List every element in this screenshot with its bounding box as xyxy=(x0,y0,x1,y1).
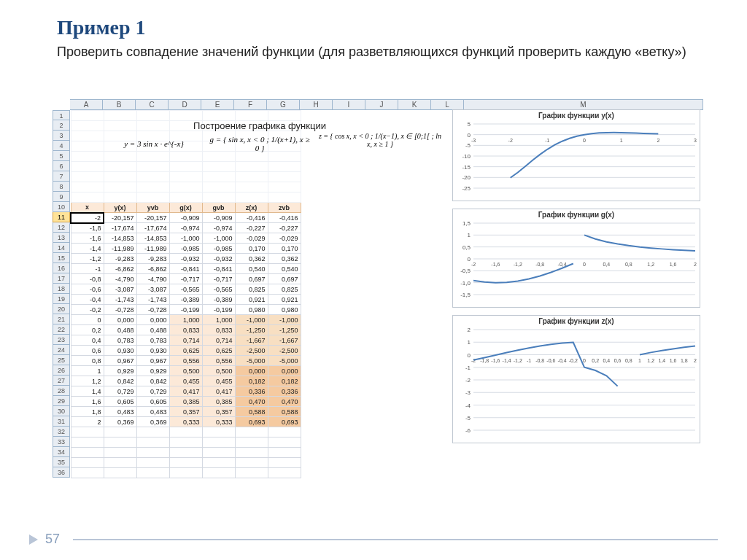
svg-text:-1,2: -1,2 xyxy=(514,262,522,267)
svg-text:0,2: 0,2 xyxy=(592,358,599,363)
table-row[interactable]: -1,4-11,989-11,989-0,985-0,9850,1700,170 xyxy=(71,244,301,254)
table-row[interactable]: -1-6,862-6,862-0,841-0,8410,5400,540 xyxy=(71,264,301,274)
row-7[interactable]: 7 xyxy=(53,171,70,182)
row-11[interactable]: 11 xyxy=(53,212,70,222)
row-23[interactable]: 23 xyxy=(53,335,70,345)
row-3[interactable]: 3 xyxy=(53,131,70,141)
table-row[interactable]: -0,6-3,087-3,087-0,565-0,5650,8250,825 xyxy=(71,284,301,295)
chart-y-panel[interactable]: График функции y(x) 50-5-10-15-20-25-3-2… xyxy=(452,109,700,201)
row-19[interactable]: 19 xyxy=(53,294,70,304)
row-18[interactable]: 18 xyxy=(53,284,70,294)
row-16[interactable]: 16 xyxy=(53,263,70,273)
row-15[interactable]: 15 xyxy=(53,253,70,263)
chart-z: 210-1-2-3-4-5-6-2-1,8-1,6-1,4-1,2-1-0,8-… xyxy=(453,327,701,442)
table-row[interactable]: 0,40,7830,7830,7140,714-1,667-1,667 xyxy=(71,335,301,346)
row-14[interactable]: 14 xyxy=(53,243,70,253)
table-row[interactable]: -1,2-9,283-9,283-0,932-0,9320,3620,362 xyxy=(71,254,301,264)
table-header[interactable]: y(x) xyxy=(104,203,136,213)
col-C[interactable]: C xyxy=(136,99,169,110)
col-G[interactable]: G xyxy=(267,99,300,110)
row-24[interactable]: 24 xyxy=(53,345,70,355)
col-E[interactable]: E xyxy=(201,99,234,110)
svg-text:-5: -5 xyxy=(465,142,471,149)
slide-subtitle: Проверить совпадение значений функции (д… xyxy=(57,44,718,61)
row-32[interactable]: 32 xyxy=(53,427,70,437)
col-L[interactable]: L xyxy=(431,99,464,110)
row-33[interactable]: 33 xyxy=(53,437,70,447)
table-row[interactable]: -2-20,157-20,157-0,909-0,909-0,416-0,416 xyxy=(71,213,301,223)
svg-text:-6: -6 xyxy=(465,427,471,434)
table-header[interactable]: zvb xyxy=(268,203,301,213)
row-10[interactable]: 10 xyxy=(53,202,70,212)
table-row[interactable]: 0,80,9670,9670,5560,556-5,000-5,000 xyxy=(71,356,301,366)
table-row[interactable]: 20,3690,3690,3330,3330,6930,693 xyxy=(71,417,301,427)
svg-text:0: 0 xyxy=(583,138,586,143)
col-A[interactable]: A xyxy=(70,99,103,110)
row-29[interactable]: 29 xyxy=(53,396,70,406)
col-B[interactable]: B xyxy=(103,99,136,110)
svg-text:-1,5: -1,5 xyxy=(460,292,471,298)
row-2[interactable]: 2 xyxy=(53,120,70,131)
table-row[interactable]: -0,4-1,743-1,743-0,389-0,3890,9210,921 xyxy=(71,295,301,305)
row-36[interactable]: 36 xyxy=(53,467,70,478)
col-D[interactable]: D xyxy=(169,99,201,110)
table-row[interactable]: 10,9290,9290,5000,5000,0000,000 xyxy=(71,366,301,376)
row-28[interactable]: 28 xyxy=(53,386,70,396)
table-row[interactable]: 0,20,4880,4880,8330,833-1,250-1,250 xyxy=(71,325,301,335)
table-row[interactable]: 1,60,6050,6050,3850,3850,4700,470 xyxy=(71,397,301,407)
row-26[interactable]: 26 xyxy=(53,365,70,376)
table-header[interactable]: g(x) xyxy=(169,203,202,213)
col-K[interactable]: K xyxy=(398,99,431,110)
col-J[interactable]: J xyxy=(365,99,398,110)
table-row[interactable]: 1,40,7290,7290,4170,4170,3360,336 xyxy=(71,386,301,397)
svg-text:1,5: 1,5 xyxy=(462,220,471,227)
row-22[interactable]: 22 xyxy=(53,324,70,335)
table-header[interactable]: z(x) xyxy=(235,203,268,213)
row-1[interactable]: 1 xyxy=(53,110,70,120)
table-row[interactable]: 1,80,4830,4830,3570,3570,5880,588 xyxy=(71,407,301,417)
table-header[interactable]: yvb xyxy=(136,203,169,213)
table-row[interactable]: -1,6-14,853-14,853-1,000-1,000-0,029-0,0… xyxy=(71,233,301,244)
row-9[interactable]: 9 xyxy=(53,192,70,202)
svg-text:-10: -10 xyxy=(462,153,471,160)
svg-text:-0,8: -0,8 xyxy=(535,358,544,363)
col-I[interactable]: I xyxy=(333,99,365,110)
svg-text:-2: -2 xyxy=(465,377,471,384)
chart-g-panel[interactable]: График функции g(x) 1,510,50-0,5-1,0-1,5… xyxy=(452,209,700,308)
table-row[interactable]: -0,2-0,728-0,728-0,199-0,1990,9800,980 xyxy=(71,305,301,315)
row-5[interactable]: 5 xyxy=(53,151,70,161)
row-12[interactable]: 12 xyxy=(53,222,70,233)
svg-text:1,8: 1,8 xyxy=(681,358,688,363)
svg-text:0,4: 0,4 xyxy=(603,262,611,267)
data-table[interactable]: xy(x)yvbg(x)gvbz(x)zvb-2-20,157-20,157-0… xyxy=(70,110,301,478)
chart-y-title: График функции y(x) xyxy=(453,110,700,121)
row-34[interactable]: 34 xyxy=(53,447,70,457)
col-F[interactable]: F xyxy=(234,99,267,110)
table-row[interactable]: -1,8-17,674-17,674-0,974-0,974-0,227-0,2… xyxy=(71,223,301,233)
row-6[interactable]: 6 xyxy=(53,161,70,171)
chart-z-panel[interactable]: График функции z(x) 210-1-2-3-4-5-6-2-1,… xyxy=(452,315,700,443)
table-row[interactable]: 00,0000,0001,0001,000-1,000-1,000 xyxy=(71,315,301,325)
row-27[interactable]: 27 xyxy=(53,376,70,386)
table-header[interactable]: gvb xyxy=(202,203,235,213)
row-25[interactable]: 25 xyxy=(53,355,70,365)
row-20[interactable]: 20 xyxy=(53,304,70,314)
col-M[interactable]: M xyxy=(464,99,703,110)
row-31[interactable]: 31 xyxy=(53,416,70,427)
table-row[interactable]: 1,20,8420,8420,4550,4550,1820,182 xyxy=(71,376,301,386)
row-4[interactable]: 4 xyxy=(53,141,70,151)
svg-text:0,8: 0,8 xyxy=(625,358,632,363)
row-30[interactable]: 30 xyxy=(53,406,70,416)
svg-text:-0,5: -0,5 xyxy=(460,268,471,274)
svg-text:2: 2 xyxy=(694,262,697,267)
col-H[interactable]: H xyxy=(300,99,333,110)
row-17[interactable]: 17 xyxy=(53,273,70,284)
row-21[interactable]: 21 xyxy=(53,314,70,324)
svg-text:1: 1 xyxy=(468,339,471,346)
table-row[interactable]: -0,8-4,790-4,790-0,717-0,7170,6970,697 xyxy=(71,274,301,284)
table-row[interactable]: 0,60,9300,9300,6250,625-2,500-2,500 xyxy=(71,346,301,356)
row-35[interactable]: 35 xyxy=(53,457,70,467)
row-8[interactable]: 8 xyxy=(53,182,70,192)
row-13[interactable]: 13 xyxy=(53,233,70,243)
table-header[interactable]: x xyxy=(71,203,104,213)
